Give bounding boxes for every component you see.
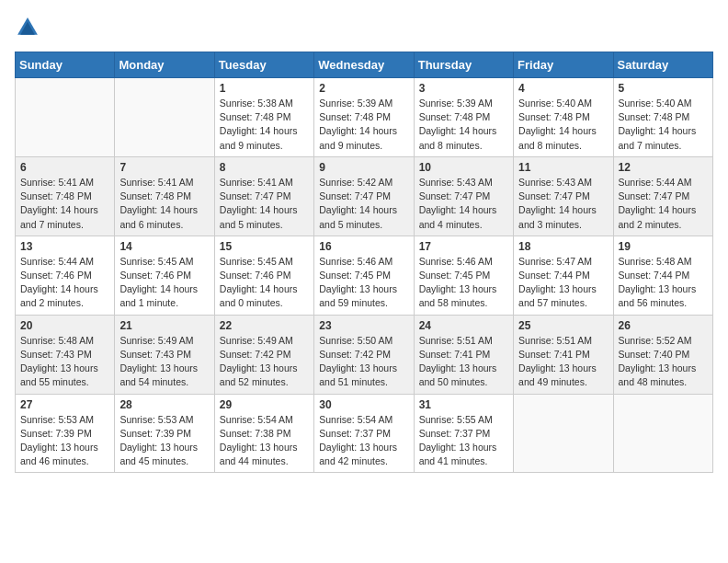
day-content: 5Sunrise: 5:40 AMSunset: 7:48 PMDaylight… [619, 82, 708, 153]
col-header-friday: Friday [514, 52, 613, 78]
calendar-cell [613, 394, 712, 473]
day-info: Sunrise: 5:48 AMSunset: 7:44 PMDaylight:… [619, 255, 708, 311]
calendar-cell: 19Sunrise: 5:48 AMSunset: 7:44 PMDayligh… [613, 236, 712, 315]
day-info: Sunrise: 5:40 AMSunset: 7:48 PMDaylight:… [619, 97, 708, 153]
calendar-week-4: 20Sunrise: 5:48 AMSunset: 7:43 PMDayligh… [16, 315, 713, 394]
day-info: Sunrise: 5:39 AMSunset: 7:48 PMDaylight:… [319, 97, 408, 153]
day-number: 7 [119, 161, 209, 174]
day-content: 23Sunrise: 5:50 AMSunset: 7:42 PMDayligh… [319, 319, 408, 390]
day-content: 18Sunrise: 5:47 AMSunset: 7:44 PMDayligh… [518, 240, 608, 311]
logo-icon [15, 15, 40, 40]
day-content: 25Sunrise: 5:51 AMSunset: 7:41 PMDayligh… [518, 319, 608, 390]
calendar-cell: 18Sunrise: 5:47 AMSunset: 7:44 PMDayligh… [514, 236, 613, 315]
day-content: 30Sunrise: 5:54 AMSunset: 7:37 PMDayligh… [319, 398, 408, 469]
calendar-table: SundayMondayTuesdayWednesdayThursdayFrid… [15, 52, 713, 473]
page-header [15, 15, 713, 40]
calendar-cell: 29Sunrise: 5:54 AMSunset: 7:38 PMDayligh… [214, 394, 313, 473]
day-content: 12Sunrise: 5:44 AMSunset: 7:47 PMDayligh… [619, 161, 708, 232]
logo [15, 15, 44, 40]
calendar-cell: 7Sunrise: 5:41 AMSunset: 7:48 PMDaylight… [115, 156, 214, 236]
day-content: 1Sunrise: 5:38 AMSunset: 7:48 PMDaylight… [220, 82, 309, 153]
day-number: 28 [119, 398, 209, 411]
calendar-cell [514, 394, 613, 473]
calendar-week-1: 1Sunrise: 5:38 AMSunset: 7:48 PMDaylight… [16, 78, 713, 157]
day-info: Sunrise: 5:49 AMSunset: 7:43 PMDaylight:… [119, 334, 209, 390]
day-info: Sunrise: 5:41 AMSunset: 7:47 PMDaylight:… [220, 176, 309, 232]
day-content: 27Sunrise: 5:53 AMSunset: 7:39 PMDayligh… [20, 398, 109, 469]
calendar-cell: 23Sunrise: 5:50 AMSunset: 7:42 PMDayligh… [314, 315, 414, 394]
calendar-cell: 5Sunrise: 5:40 AMSunset: 7:48 PMDaylight… [613, 78, 712, 157]
calendar-cell: 8Sunrise: 5:41 AMSunset: 7:47 PMDaylight… [214, 156, 313, 236]
day-info: Sunrise: 5:38 AMSunset: 7:48 PMDaylight:… [220, 97, 309, 153]
day-number: 13 [20, 240, 109, 253]
col-header-saturday: Saturday [613, 52, 712, 78]
day-number: 26 [619, 319, 708, 332]
day-number: 4 [518, 82, 608, 95]
day-number: 22 [220, 319, 309, 332]
day-info: Sunrise: 5:53 AMSunset: 7:39 PMDaylight:… [20, 413, 109, 469]
day-content: 20Sunrise: 5:48 AMSunset: 7:43 PMDayligh… [20, 319, 109, 390]
day-number: 25 [518, 319, 608, 332]
day-number: 5 [619, 82, 708, 95]
day-number: 10 [419, 161, 508, 174]
calendar-cell: 24Sunrise: 5:51 AMSunset: 7:41 PMDayligh… [414, 315, 513, 394]
day-info: Sunrise: 5:44 AMSunset: 7:46 PMDaylight:… [20, 255, 109, 311]
calendar-cell [16, 78, 115, 157]
day-content: 16Sunrise: 5:46 AMSunset: 7:45 PMDayligh… [319, 240, 408, 311]
day-content: 26Sunrise: 5:52 AMSunset: 7:40 PMDayligh… [619, 319, 708, 390]
day-info: Sunrise: 5:46 AMSunset: 7:45 PMDaylight:… [419, 255, 508, 311]
calendar-cell: 10Sunrise: 5:43 AMSunset: 7:47 PMDayligh… [414, 156, 513, 236]
day-content: 15Sunrise: 5:45 AMSunset: 7:46 PMDayligh… [220, 240, 309, 311]
calendar-cell: 28Sunrise: 5:53 AMSunset: 7:39 PMDayligh… [115, 394, 214, 473]
calendar-cell: 2Sunrise: 5:39 AMSunset: 7:48 PMDaylight… [314, 78, 414, 157]
day-info: Sunrise: 5:43 AMSunset: 7:47 PMDaylight:… [419, 176, 508, 232]
day-info: Sunrise: 5:48 AMSunset: 7:43 PMDaylight:… [20, 334, 109, 390]
day-number: 31 [419, 398, 508, 411]
day-number: 20 [20, 319, 109, 332]
calendar-cell: 30Sunrise: 5:54 AMSunset: 7:37 PMDayligh… [314, 394, 414, 473]
day-number: 16 [319, 240, 408, 253]
day-info: Sunrise: 5:44 AMSunset: 7:47 PMDaylight:… [619, 176, 708, 232]
calendar-cell: 13Sunrise: 5:44 AMSunset: 7:46 PMDayligh… [16, 236, 115, 315]
calendar-cell: 17Sunrise: 5:46 AMSunset: 7:45 PMDayligh… [414, 236, 513, 315]
header-row: SundayMondayTuesdayWednesdayThursdayFrid… [16, 52, 713, 78]
col-header-sunday: Sunday [16, 52, 115, 78]
day-number: 3 [419, 82, 508, 95]
day-info: Sunrise: 5:51 AMSunset: 7:41 PMDaylight:… [419, 334, 508, 390]
day-content: 4Sunrise: 5:40 AMSunset: 7:48 PMDaylight… [518, 82, 608, 153]
day-content: 21Sunrise: 5:49 AMSunset: 7:43 PMDayligh… [119, 319, 209, 390]
day-content: 10Sunrise: 5:43 AMSunset: 7:47 PMDayligh… [419, 161, 508, 232]
calendar-cell [115, 78, 214, 157]
day-info: Sunrise: 5:54 AMSunset: 7:38 PMDaylight:… [220, 413, 309, 469]
col-header-wednesday: Wednesday [314, 52, 414, 78]
day-info: Sunrise: 5:41 AMSunset: 7:48 PMDaylight:… [20, 176, 109, 232]
day-number: 17 [419, 240, 508, 253]
calendar-cell: 1Sunrise: 5:38 AMSunset: 7:48 PMDaylight… [214, 78, 313, 157]
day-number: 18 [518, 240, 608, 253]
calendar-week-3: 13Sunrise: 5:44 AMSunset: 7:46 PMDayligh… [16, 236, 713, 315]
col-header-monday: Monday [115, 52, 214, 78]
day-content: 24Sunrise: 5:51 AMSunset: 7:41 PMDayligh… [419, 319, 508, 390]
day-number: 21 [119, 319, 209, 332]
day-number: 9 [319, 161, 408, 174]
day-content: 28Sunrise: 5:53 AMSunset: 7:39 PMDayligh… [119, 398, 209, 469]
day-number: 8 [220, 161, 309, 174]
day-content: 13Sunrise: 5:44 AMSunset: 7:46 PMDayligh… [20, 240, 109, 311]
col-header-thursday: Thursday [414, 52, 513, 78]
calendar-cell: 15Sunrise: 5:45 AMSunset: 7:46 PMDayligh… [214, 236, 313, 315]
day-info: Sunrise: 5:49 AMSunset: 7:42 PMDaylight:… [220, 334, 309, 390]
day-info: Sunrise: 5:54 AMSunset: 7:37 PMDaylight:… [319, 413, 408, 469]
day-content: 19Sunrise: 5:48 AMSunset: 7:44 PMDayligh… [619, 240, 708, 311]
day-content: 8Sunrise: 5:41 AMSunset: 7:47 PMDaylight… [220, 161, 309, 232]
day-info: Sunrise: 5:41 AMSunset: 7:48 PMDaylight:… [119, 176, 209, 232]
day-number: 27 [20, 398, 109, 411]
day-info: Sunrise: 5:55 AMSunset: 7:37 PMDaylight:… [419, 413, 508, 469]
day-info: Sunrise: 5:51 AMSunset: 7:41 PMDaylight:… [518, 334, 608, 390]
calendar-cell: 25Sunrise: 5:51 AMSunset: 7:41 PMDayligh… [514, 315, 613, 394]
day-info: Sunrise: 5:46 AMSunset: 7:45 PMDaylight:… [319, 255, 408, 311]
day-number: 24 [419, 319, 508, 332]
day-info: Sunrise: 5:40 AMSunset: 7:48 PMDaylight:… [518, 97, 608, 153]
day-number: 6 [20, 161, 109, 174]
day-number: 30 [319, 398, 408, 411]
day-number: 29 [220, 398, 309, 411]
